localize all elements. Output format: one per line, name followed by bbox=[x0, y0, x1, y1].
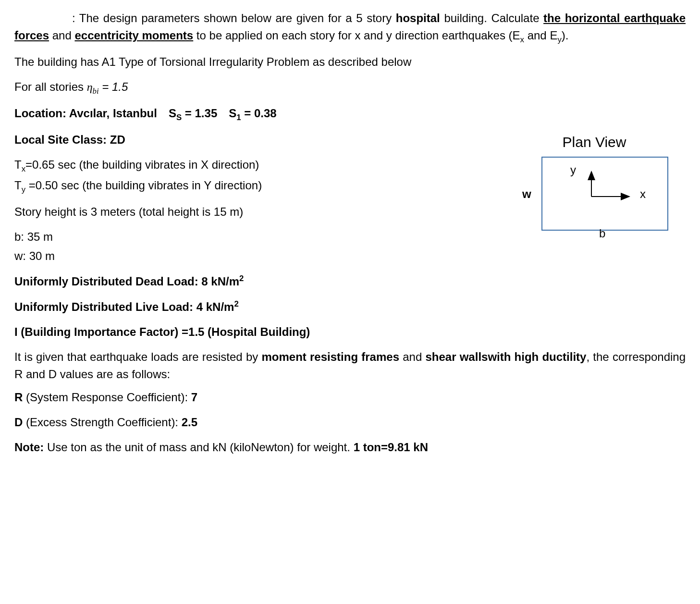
axes-icon bbox=[583, 170, 645, 213]
intro-l1: : The design parameters shown below are … bbox=[72, 12, 487, 25]
dead-load: Uniformly Distributed Dead Load: 8 kN/m2 bbox=[14, 272, 686, 290]
eta-line: For all stories ηbi = 1.5 bbox=[14, 78, 686, 97]
axis-y-label: y bbox=[570, 161, 576, 179]
d-line: D (Excess Strength Coefficient): 2.5 bbox=[14, 414, 686, 431]
location-line: Location: Avcılar, Istanbul SS = 1.35 S1… bbox=[14, 105, 686, 123]
a1-line: The building has A1 Type of Torsional Ir… bbox=[14, 53, 686, 71]
plan-title: Plan View bbox=[503, 131, 686, 153]
live-load: Uniformly Distributed Live Load: 4 kN/m2 bbox=[14, 298, 686, 316]
site-class: Local Site Class: ZD bbox=[14, 131, 484, 148]
intro-paragraph: : The design parameters shown below are … bbox=[14, 10, 686, 46]
plan-b-label: b bbox=[599, 225, 605, 242]
plan-rect bbox=[541, 157, 668, 231]
r-line: R (System Response Coefficient): 7 bbox=[14, 389, 686, 406]
dim-b: b: 35 m bbox=[14, 228, 484, 246]
axis-x-label: x bbox=[640, 185, 646, 203]
importance-factor: I (Building Importance Factor) =1.5 (Hos… bbox=[14, 323, 686, 341]
tx-line: Tx=0.65 sec (the building vibrates in X … bbox=[14, 156, 484, 175]
note-line: Note: Use ton as the unit of mass and kN… bbox=[14, 439, 686, 456]
plan-diagram: w b y x bbox=[522, 157, 666, 238]
plan-w-label: w bbox=[522, 185, 531, 203]
dim-w: w: 30 m bbox=[14, 247, 484, 265]
resist-line: It is given that earthquake loads are re… bbox=[14, 348, 686, 383]
ty-line: Ty =0.50 sec (the building vibrates in Y… bbox=[14, 177, 484, 196]
story-height: Story height is 3 meters (total height i… bbox=[14, 203, 484, 221]
